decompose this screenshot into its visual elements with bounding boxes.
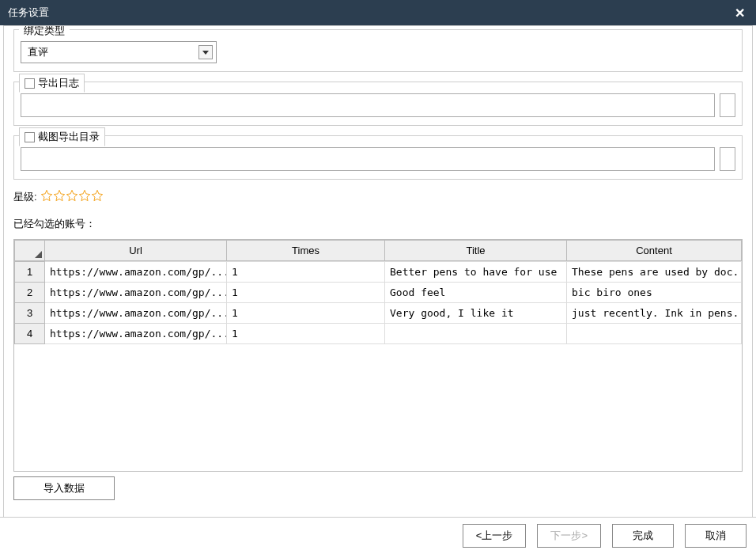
- cell-times[interactable]: 1: [227, 262, 385, 283]
- screenshot-dir-label: 截图导出目录: [38, 130, 100, 144]
- star-icon[interactable]: [53, 189, 66, 204]
- bind-type-label: 绑定类型: [19, 25, 70, 40]
- row-number[interactable]: 4: [15, 324, 45, 344]
- cell-content[interactable]: bic biro ones: [567, 283, 742, 303]
- table-row[interactable]: 3https://www.amazon.com/gp/...1Very good…: [15, 303, 742, 324]
- row-number[interactable]: 3: [15, 303, 45, 324]
- finish-button[interactable]: 完成: [612, 524, 674, 548]
- screenshot-dir-group: 截图导出目录: [13, 135, 743, 180]
- row-number[interactable]: 1: [15, 262, 45, 283]
- prev-button[interactable]: <上一步: [463, 524, 527, 548]
- export-log-checkbox[interactable]: [25, 78, 35, 89]
- cell-times[interactable]: 1: [227, 324, 385, 344]
- export-log-label-wrap: 导出日志: [19, 74, 85, 93]
- cancel-button[interactable]: 取消: [685, 524, 747, 548]
- table-row[interactable]: 2https://www.amazon.com/gp/...1Good feel…: [15, 283, 742, 303]
- rating-stars[interactable]: [40, 189, 104, 204]
- row-number[interactable]: 2: [15, 283, 45, 303]
- cell-content[interactable]: just recently. Ink in pens...: [567, 303, 742, 324]
- close-icon[interactable]: ✕: [731, 6, 748, 21]
- next-button[interactable]: 下一步>: [537, 524, 601, 548]
- rating-label: 星级:: [13, 190, 37, 204]
- grid-header-url[interactable]: Url: [45, 241, 227, 261]
- star-icon[interactable]: [78, 189, 91, 204]
- bind-type-group: 绑定类型 直评: [13, 29, 743, 72]
- star-icon[interactable]: [40, 189, 53, 204]
- table-row[interactable]: 1https://www.amazon.com/gp/...1 Better p…: [15, 262, 742, 283]
- cell-title[interactable]: [385, 324, 567, 344]
- export-log-input[interactable]: [21, 93, 715, 117]
- footer: <上一步 下一步> 完成 取消: [0, 517, 756, 554]
- rating-row: 星级:: [13, 189, 743, 204]
- cell-title[interactable]: Better pens to have for use: [385, 262, 567, 283]
- screenshot-dir-browse-button[interactable]: [720, 147, 735, 171]
- cell-url[interactable]: https://www.amazon.com/gp/...: [45, 283, 227, 303]
- cell-content[interactable]: [567, 324, 742, 344]
- grid-header-title[interactable]: Title: [385, 241, 567, 261]
- star-icon[interactable]: [66, 189, 78, 204]
- cell-url[interactable]: https://www.amazon.com/gp/...: [45, 303, 227, 324]
- export-log-label: 导出日志: [38, 76, 79, 90]
- screenshot-dir-input[interactable]: [21, 147, 715, 171]
- bind-type-value: 直评: [28, 45, 48, 59]
- cell-times[interactable]: 1: [227, 303, 385, 324]
- window-title: 任务设置: [8, 6, 49, 20]
- cell-title[interactable]: Very good, I like it: [385, 303, 567, 324]
- grid-header-content[interactable]: Content: [567, 241, 742, 261]
- table-row[interactable]: 4https://www.amazon.com/gp/...1: [15, 324, 742, 344]
- chevron-down-icon[interactable]: [198, 45, 213, 59]
- export-log-browse-button[interactable]: [720, 93, 735, 117]
- grid-header-times[interactable]: Times: [227, 241, 385, 261]
- accounts-grid: Url Times Title Content 1https://www.ama…: [13, 239, 743, 472]
- accounts-label: 已经勾选的账号：: [13, 217, 743, 231]
- titlebar: 任务设置 ✕: [0, 0, 756, 25]
- screenshot-dir-label-wrap: 截图导出目录: [19, 127, 105, 146]
- grid-corner[interactable]: [15, 241, 45, 261]
- cell-url[interactable]: https://www.amazon.com/gp/...: [45, 324, 227, 344]
- dialog-body: 绑定类型 直评 导出日志 截图导出目录 星级:: [3, 25, 753, 521]
- import-data-button[interactable]: 导入数据: [13, 476, 115, 500]
- star-icon[interactable]: [91, 189, 104, 204]
- cell-content[interactable]: These pens are used by doc...: [567, 262, 742, 283]
- bind-type-dropdown[interactable]: 直评: [21, 41, 217, 63]
- cell-times[interactable]: 1: [227, 283, 385, 303]
- cell-title[interactable]: Good feel: [385, 283, 567, 303]
- cell-url[interactable]: https://www.amazon.com/gp/...: [45, 262, 227, 283]
- screenshot-dir-checkbox[interactable]: [25, 132, 35, 142]
- export-log-group: 导出日志: [13, 82, 743, 126]
